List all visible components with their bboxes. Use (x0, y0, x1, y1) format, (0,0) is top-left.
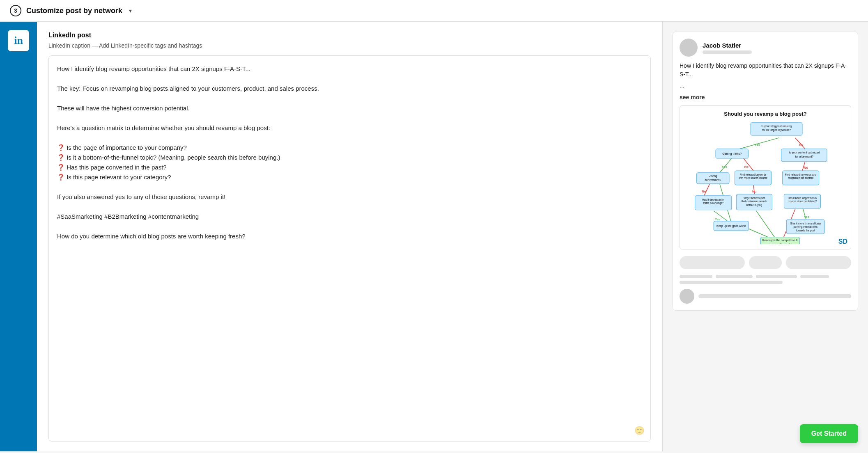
svg-text:Yes: Yes (715, 217, 720, 221)
svg-line-5 (744, 158, 753, 171)
preview-footer (680, 275, 851, 284)
svg-text:Reanalyze the competition &: Reanalyze the competition & (762, 239, 798, 242)
svg-text:Keep up the good work!: Keep up the good work! (716, 224, 746, 228)
svg-text:Target better topics: Target better topics (743, 197, 765, 200)
action-pill-1[interactable] (680, 256, 745, 269)
svg-text:Is your blog post ranking: Is your blog post ranking (761, 125, 792, 128)
svg-text:Driving: Driving (709, 174, 717, 178)
get-started-button[interactable]: Get Started (800, 424, 858, 443)
action-pill-2[interactable] (749, 256, 782, 269)
preview-actions (680, 256, 851, 269)
svg-text:for a keyword?: for a keyword? (795, 155, 814, 158)
svg-text:towards the post: towards the post (796, 229, 815, 232)
author-info: Jacob Statler (703, 42, 752, 54)
svg-text:No: No (804, 166, 808, 169)
preview-ellipsis: ... (680, 82, 851, 91)
svg-text:Yes: Yes (755, 143, 760, 146)
post-text-content[interactable]: How I identify blog revamp opportunities… (57, 64, 642, 241)
top-bar: 3 Customize post by network ▾ (0, 0, 868, 22)
content-area: LinkedIn post LinkedIn caption — Add Lin… (37, 22, 868, 451)
svg-text:No: No (799, 143, 804, 146)
svg-text:that customers search: that customers search (742, 200, 767, 203)
flowchart-svg: Yes No Yes No No (685, 121, 846, 244)
emoji-button[interactable]: 🙂 (634, 426, 645, 435)
svg-text:Getting traffic?: Getting traffic? (722, 152, 742, 156)
avatar (680, 39, 698, 57)
author-subtitle-placeholder (703, 50, 752, 54)
see-more-link[interactable]: see more (680, 94, 851, 101)
svg-text:No: No (702, 190, 706, 193)
editor-panel: LinkedIn post LinkedIn caption — Add Lin… (37, 22, 663, 451)
preview-text: How I identify blog revamp opportunities… (680, 62, 851, 79)
footer-avatar (680, 289, 694, 304)
svg-text:Yes: Yes (804, 215, 809, 219)
svg-text:Is your content optimized: Is your content optimized (789, 151, 820, 154)
flowchart-title: Should you revamp a blog post? (685, 111, 846, 117)
svg-text:for its target keywords?: for its target keywords? (762, 128, 791, 132)
svg-text:before buying: before buying (746, 204, 762, 207)
watermark: SD (838, 237, 847, 246)
svg-text:with more search volume: with more search volume (738, 176, 767, 179)
preview-panel: Jacob Statler How I identify blog revamp… (663, 22, 868, 451)
svg-text:conversions?: conversions? (705, 178, 721, 181)
svg-line-23 (756, 211, 775, 238)
linkedin-logo[interactable]: in (8, 30, 29, 51)
svg-text:Has it been longer than 6: Has it been longer than 6 (788, 197, 817, 200)
footer-lines (680, 275, 851, 284)
svg-text:revamp the post: revamp the post (770, 243, 790, 244)
flowchart-svg-wrap: Yes No Yes No No (685, 121, 846, 244)
linkedin-letter: in (14, 34, 23, 47)
svg-text:Find relevant keywords and: Find relevant keywords and (785, 173, 817, 176)
svg-text:Find relevant keywords: Find relevant keywords (740, 173, 767, 176)
editor-title: LinkedIn post (48, 32, 651, 39)
svg-text:Has it decreased in: Has it decreased in (702, 198, 724, 201)
svg-text:months since publishing?: months since publishing? (788, 200, 817, 203)
svg-text:Yes: Yes (722, 165, 727, 169)
svg-line-22 (747, 228, 770, 238)
editor-subtitle: LinkedIn caption — Add LinkedIn-specific… (48, 42, 651, 49)
step-number: 3 (10, 5, 21, 16)
action-pill-3[interactable] (786, 256, 851, 269)
page-title: Customize post by network (26, 7, 122, 15)
network-sidebar: in (0, 22, 37, 451)
chevron-down-icon[interactable]: ▾ (129, 7, 132, 14)
svg-text:No: No (752, 190, 757, 193)
linkedin-preview-card: Jacob Statler How I identify blog revamp… (673, 32, 858, 311)
svg-text:No: No (744, 165, 749, 169)
post-editor-wrapper[interactable]: How I identify blog revamp opportunities… (48, 55, 651, 442)
author-name: Jacob Statler (703, 42, 752, 49)
svg-text:traffic & rankings?: traffic & rankings? (703, 201, 724, 205)
flowchart-container: Should you revamp a blog post? Yes No (680, 105, 851, 249)
main-layout: in LinkedIn post LinkedIn caption — Add … (0, 22, 868, 451)
preview-header: Jacob Statler (680, 39, 851, 57)
svg-text:pointing internal links: pointing internal links (793, 225, 817, 229)
svg-text:reoptimize the content: reoptimize the content (788, 176, 813, 180)
svg-text:Give it more time and keep: Give it more time and keep (790, 222, 821, 225)
